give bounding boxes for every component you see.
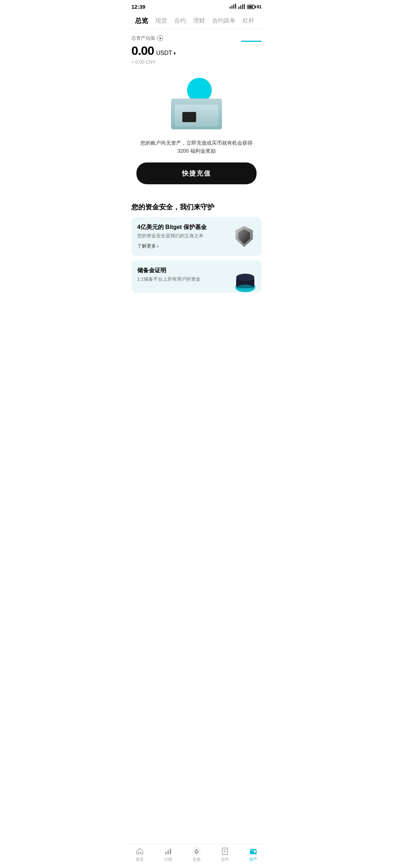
asset-cny: ≈ 0.00 CNY bbox=[131, 59, 262, 65]
tab-contract[interactable]: 合约 bbox=[171, 15, 190, 27]
eye-icon[interactable] bbox=[157, 35, 163, 41]
svg-rect-2 bbox=[233, 4, 234, 9]
tab-overview[interactable]: 总览 bbox=[131, 14, 152, 27]
svg-point-10 bbox=[236, 274, 254, 281]
asset-label-text: 总资产估值 bbox=[131, 35, 155, 41]
empty-state: 您的账户尚无资产，立即充值或买币就有机会获得 3200 福利金奖励 快捷充值 bbox=[126, 68, 267, 195]
status-bar: 12:39 81 bbox=[126, 0, 267, 11]
deposit-button[interactable]: 快捷充值 bbox=[136, 162, 257, 184]
wifi-icon bbox=[238, 4, 245, 10]
svg-rect-6 bbox=[242, 4, 243, 9]
tab-spot[interactable]: 现货 bbox=[152, 15, 171, 27]
security-section: 您的资金安全，我们来守护 4亿美元的 Bitget 保护基金 您的资金安全是我们… bbox=[126, 195, 267, 300]
accent-line bbox=[241, 41, 262, 42]
asset-amount: 0.00 bbox=[131, 44, 154, 58]
security-title: 您的资金安全，我们来守护 bbox=[131, 202, 262, 212]
tab-copy-trade[interactable]: 合约跟单 bbox=[209, 15, 239, 27]
illus-dark bbox=[182, 112, 196, 122]
shield-icon-wrap bbox=[232, 223, 256, 250]
svg-rect-3 bbox=[235, 4, 236, 9]
asset-section: 总资产估值 0.00 USDT ▾ ≈ 0.00 CNY bbox=[126, 29, 267, 68]
shield-icon bbox=[235, 225, 254, 248]
nav-tabs: 总览 现货 合约 理财 合约跟单 杠杆 bbox=[126, 11, 267, 29]
card-link-arrow-1: › bbox=[157, 243, 159, 249]
svg-rect-1 bbox=[231, 5, 233, 9]
svg-rect-0 bbox=[230, 7, 231, 9]
tab-finance[interactable]: 理财 bbox=[190, 15, 209, 27]
illus-mid bbox=[175, 105, 218, 126]
signal-icon bbox=[230, 4, 236, 10]
asset-amount-row: 0.00 USDT ▾ bbox=[131, 44, 262, 58]
svg-rect-5 bbox=[240, 5, 241, 9]
svg-point-11 bbox=[236, 285, 254, 292]
status-time: 12:39 bbox=[131, 4, 145, 10]
empty-text: 您的账户尚无资产，立即充值或买币就有机会获得 3200 福利金奖励 bbox=[136, 139, 257, 155]
reserve-proof-card: 储备金证明 1:1储备平台上所有用户的资金 bbox=[131, 260, 262, 293]
status-icons: 81 bbox=[230, 4, 262, 10]
coin-icon-wrap bbox=[229, 264, 258, 293]
protection-fund-card: 4亿美元的 Bitget 保护基金 您的资金安全是我们的立身之本 了解更多 › bbox=[131, 217, 262, 256]
asset-currency: USDT bbox=[156, 50, 172, 56]
empty-illustration bbox=[167, 75, 226, 133]
svg-rect-7 bbox=[244, 4, 245, 9]
asset-amount-area: 0.00 USDT ▾ ≈ 0.00 CNY bbox=[131, 44, 262, 65]
svg-rect-4 bbox=[238, 7, 239, 9]
coin-stack-icon bbox=[229, 264, 258, 293]
battery-label: 81 bbox=[257, 4, 262, 9]
tab-margin[interactable]: 杠杆 bbox=[239, 15, 258, 27]
battery-icon bbox=[247, 5, 255, 9]
currency-dropdown[interactable]: ▾ bbox=[174, 51, 176, 56]
